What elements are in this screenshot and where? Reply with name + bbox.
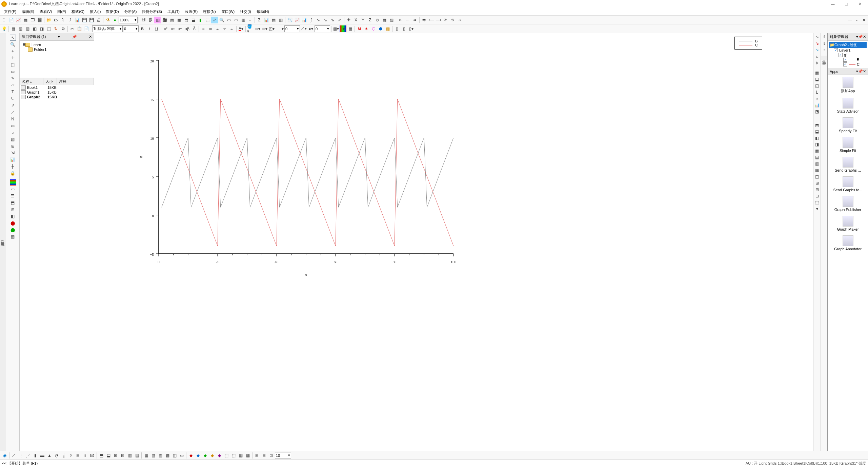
bb-hist-plot[interactable]: ⫼ (82, 452, 88, 459)
pattern-button[interactable]: ▩▾ (332, 25, 339, 32)
none-button[interactable]: ⊘ (374, 17, 381, 23)
bb-box-plot[interactable]: ⊟ (75, 452, 81, 459)
copy-button[interactable]: 📋 (76, 25, 83, 32)
new-notes-button[interactable]: 📓 (36, 17, 43, 23)
border-button[interactable]: ▭▾ (261, 25, 268, 32)
poly-tool[interactable]: Ν (10, 116, 16, 122)
y-button[interactable]: Y (360, 17, 366, 23)
t8[interactable]: ⬤ (10, 227, 16, 233)
t4[interactable]: ⬒ (10, 200, 16, 206)
om-close-icon[interactable]: ✕ (863, 35, 866, 39)
bb-b5[interactable]: ▥ (126, 452, 133, 459)
menu-item[interactable]: 社交(I) (237, 9, 254, 14)
tb-btn-12[interactable]: ↘ (322, 17, 329, 23)
roi-tool[interactable]: ▱ (10, 82, 16, 88)
close-button[interactable]: ✕ (853, 2, 867, 6)
rs-6[interactable]: ▦ (814, 70, 820, 76)
reader-tool[interactable]: ⌖ (10, 48, 16, 54)
fillcolor-button[interactable]: 🪣▾ (247, 25, 254, 32)
bb-c3[interactable]: ▨ (157, 452, 164, 459)
bb-d1[interactable]: ◆ (187, 452, 194, 459)
tb-btn-6[interactable]: ▤ (270, 17, 277, 23)
apps-list[interactable]: 添加AppStats AdvisorSpeedy FitSimple FitSe… (828, 75, 868, 451)
col-name[interactable]: 名称 ▴ (20, 78, 43, 85)
bb-d3[interactable]: ◆ (202, 452, 208, 459)
bb-circle-icon[interactable]: ◉ (1, 452, 8, 459)
z-button[interactable]: Z (367, 17, 374, 23)
apps-pin-icon[interactable]: 📌 (858, 69, 863, 74)
t6[interactable]: ◧ (10, 213, 16, 219)
bold-button[interactable]: B (139, 25, 146, 32)
menu-item[interactable]: 格式(O) (69, 9, 87, 14)
line-tool[interactable]: ／ (10, 109, 16, 115)
bb-d2[interactable]: ◆ (195, 452, 201, 459)
extract-button[interactable]: ⬓ (190, 17, 197, 23)
menu-item[interactable]: 分析(A) (122, 9, 140, 14)
app-item[interactable]: Graph Publisher (828, 194, 868, 214)
grp-2[interactable]: ▯ (401, 25, 407, 32)
bb-d6[interactable]: ⬚ (223, 452, 230, 459)
pe-folder[interactable]: Folder1 (21, 47, 93, 52)
msk-3[interactable]: ⬢ (377, 25, 384, 32)
new-graph-button[interactable]: 📈 (15, 17, 22, 23)
cut-button[interactable]: ✂ (69, 25, 76, 32)
tb-btn-7[interactable]: ▥ (277, 17, 284, 23)
legend-item[interactable]: B (739, 39, 758, 43)
bb-hl-plot[interactable]: ╽ (60, 452, 67, 459)
t9[interactable]: ▦ (10, 234, 16, 240)
col-size[interactable]: 大小 (43, 78, 57, 85)
underline-button[interactable]: U (153, 25, 160, 32)
print-button[interactable]: 🖨 (95, 17, 102, 23)
grp-3[interactable]: ▯▾ (408, 25, 415, 32)
bb-col-plot[interactable]: ▮ (32, 452, 39, 459)
om-tree[interactable]: 📁 Graph2 - 绘图 ✓Layer1 ✓g1 ✓B ✓C (828, 41, 868, 68)
col-button[interactable]: ▮ (197, 17, 204, 23)
tgl-3[interactable]: ▨ (24, 25, 31, 32)
app-item[interactable]: Send Graphs ... (828, 155, 868, 174)
open-button[interactable]: 📂 (45, 17, 52, 23)
scale-tool[interactable]: ⇲ (10, 150, 16, 156)
menu-item[interactable]: 工具(T) (165, 9, 182, 14)
stats-sum-button[interactable]: Σ (256, 17, 263, 23)
region-tool[interactable]: ▧ (10, 136, 16, 142)
rs-16[interactable]: ▦ (814, 148, 820, 154)
rs-24[interactable]: ⬚ (814, 199, 820, 206)
bb-b3[interactable]: ⊞ (112, 452, 119, 459)
pe-list[interactable]: Book115KBGraph115KBGraph215KB (20, 85, 94, 451)
minimize-button[interactable]: — (826, 2, 840, 6)
bb-temp-plot[interactable]: 🗠 (89, 452, 96, 459)
save-template-button[interactable]: 💾 (88, 17, 95, 23)
bb-bar-plot[interactable]: ▬ (39, 452, 46, 459)
app-item[interactable]: Graph Annotator (828, 233, 868, 253)
autosave-button[interactable]: ● (112, 17, 118, 23)
stats-button[interactable]: 📊 (263, 17, 270, 23)
tgl-5[interactable]: ◨ (38, 25, 45, 32)
rs-9b[interactable]: 𝑥 (814, 96, 820, 102)
menu-item[interactable]: 帮助(H) (254, 9, 272, 14)
rs-17[interactable]: ▤ (814, 154, 820, 160)
tgl-2[interactable]: ▧ (17, 25, 24, 32)
tgl-6[interactable]: ⬚ (45, 25, 52, 32)
app-item[interactable]: 添加App (828, 75, 868, 96)
doc-max-button[interactable]: ▫ (853, 17, 860, 23)
bb-c5[interactable]: ◫ (171, 452, 178, 459)
om-pin-icon[interactable]: 📌 (858, 35, 863, 39)
markersize-combo[interactable]: 0▾ (315, 25, 330, 32)
bb-area-plot[interactable]: ▲ (46, 452, 53, 459)
sub-button[interactable]: x₂ (169, 25, 176, 32)
bb-linesym-plot[interactable]: ⋰ (25, 452, 32, 459)
tb-btn-9[interactable]: 📈 (294, 17, 300, 23)
rs-7[interactable]: ⬓ (814, 76, 820, 82)
menu-item[interactable]: 窗口(W) (219, 9, 238, 14)
app-item[interactable]: Send Graphs to... (828, 174, 868, 194)
graph-window[interactable]: 020406080100−505101520AB BC (94, 33, 813, 451)
pointer-tool[interactable]: ↖ (10, 35, 16, 41)
bb-c1[interactable]: ▦ (143, 452, 149, 459)
bb-combo[interactable]: 10▾ (275, 452, 291, 459)
rescale-button[interactable]: ⤢ (211, 17, 218, 23)
bb-3d-plot[interactable]: ◊ (67, 452, 74, 459)
rs2-3[interactable]: ↕ (821, 47, 827, 53)
tb-btn-17[interactable]: ⇤ (397, 17, 404, 23)
text-tool[interactable]: T (10, 89, 16, 95)
msk-1[interactable]: ✶ (363, 25, 370, 32)
